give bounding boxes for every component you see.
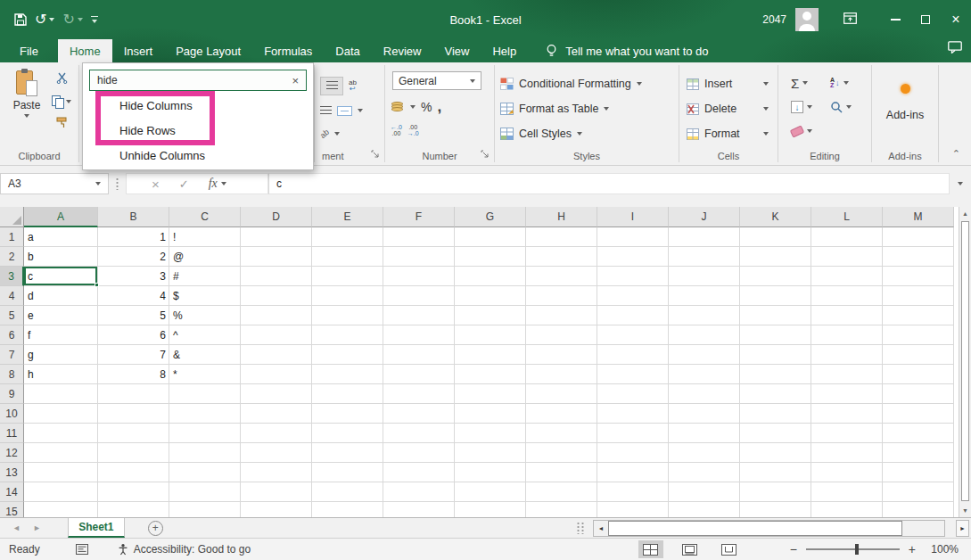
name-box[interactable]: A3 (0, 173, 109, 194)
ribbon-display-options-button[interactable] (843, 12, 857, 28)
cell-M15[interactable] (883, 502, 954, 517)
cell-E12[interactable] (312, 443, 383, 463)
row-header-13[interactable]: 13 (0, 463, 24, 482)
cell-E14[interactable] (312, 482, 383, 502)
format-cells-button[interactable]: Format (687, 123, 769, 144)
wrap-text-button[interactable]: ab↩ (349, 79, 357, 92)
cell-C6[interactable]: ^ (169, 325, 241, 345)
cell-M8[interactable] (883, 365, 954, 384)
merge-center-icon[interactable] (337, 106, 352, 116)
zoom-out-button[interactable]: − (790, 542, 797, 556)
cell-K12[interactable] (740, 443, 811, 463)
cell-I11[interactable] (597, 424, 669, 443)
cell-A8[interactable]: h (24, 365, 98, 384)
cell-E3[interactable] (312, 267, 383, 286)
cell-K9[interactable] (740, 384, 811, 404)
cell-E10[interactable] (312, 404, 383, 424)
cell-H15[interactable] (526, 502, 597, 517)
scroll-right-button[interactable]: ► (956, 520, 969, 537)
cell-L5[interactable] (811, 306, 883, 325)
horizontal-scroll-thumb[interactable] (608, 521, 902, 536)
cell-F5[interactable] (383, 306, 455, 325)
cell-E2[interactable] (312, 247, 383, 267)
cell-D2[interactable] (241, 247, 312, 267)
cell-G11[interactable] (455, 424, 526, 443)
accounting-format-icon[interactable] (391, 102, 405, 112)
cell-F14[interactable] (383, 482, 455, 502)
cell-B14[interactable] (98, 482, 169, 502)
column-header-B[interactable]: B (98, 207, 169, 227)
cell-I9[interactable] (597, 384, 669, 404)
align-left-button[interactable] (320, 77, 343, 95)
cell-C11[interactable] (169, 424, 241, 443)
search-result-unhide-columns[interactable]: Unhide Columns (83, 144, 313, 169)
page-break-preview-button[interactable] (717, 540, 742, 558)
column-header-J[interactable]: J (669, 207, 740, 227)
cell-H3[interactable] (526, 267, 597, 286)
chevron-down-icon[interactable] (49, 18, 54, 21)
collapse-ribbon-icon[interactable]: ⌃ (952, 148, 960, 160)
cell-A5[interactable]: e (24, 306, 98, 325)
cell-M10[interactable] (883, 404, 954, 424)
cell-M4[interactable] (883, 286, 954, 306)
cell-D6[interactable] (241, 325, 312, 345)
cell-D9[interactable] (241, 384, 312, 404)
cell-D1[interactable] (241, 227, 312, 247)
cell-C7[interactable]: & (169, 345, 241, 365)
cell-G10[interactable] (455, 404, 526, 424)
cell-K11[interactable] (740, 424, 811, 443)
minimize-button[interactable] (880, 0, 910, 39)
cell-J5[interactable] (669, 306, 740, 325)
cell-H13[interactable] (526, 463, 597, 482)
addins-button-label[interactable]: Add-ins (872, 109, 938, 121)
increase-decimal-button[interactable]: ←.0.00 (391, 124, 402, 136)
cell-I8[interactable] (597, 365, 669, 384)
row-header-2[interactable]: 2 (0, 247, 24, 267)
cell-G3[interactable] (455, 267, 526, 286)
avatar[interactable] (795, 8, 819, 31)
horizontal-scrollbar[interactable]: ◄ (593, 520, 945, 537)
cell-L12[interactable] (811, 443, 883, 463)
cell-H11[interactable] (526, 424, 597, 443)
cell-F12[interactable] (383, 443, 455, 463)
paste-button[interactable]: Paste (9, 70, 45, 118)
cell-I12[interactable] (597, 443, 669, 463)
cell-M2[interactable] (883, 247, 954, 267)
cell-B1[interactable]: 1 (98, 227, 169, 247)
cell-I13[interactable] (597, 463, 669, 482)
cell-B12[interactable] (98, 443, 169, 463)
tab-view[interactable]: View (432, 39, 481, 62)
search-result-hide-rows[interactable]: Hide Rows (83, 119, 313, 144)
chat-icon[interactable] (948, 41, 962, 57)
cell-L11[interactable] (811, 424, 883, 443)
cell-H5[interactable] (526, 306, 597, 325)
cell-M12[interactable] (883, 443, 954, 463)
row-header-6[interactable]: 6 (0, 325, 24, 345)
cell-I1[interactable] (597, 227, 669, 247)
column-header-D[interactable]: D (241, 207, 312, 227)
cell-D7[interactable] (241, 345, 312, 365)
tell-me-box[interactable]: Tell me what you want to do (546, 39, 708, 62)
macro-record-icon[interactable] (76, 544, 88, 555)
cell-A12[interactable] (24, 443, 98, 463)
column-header-K[interactable]: K (740, 207, 811, 227)
column-header-C[interactable]: C (169, 207, 241, 227)
cell-J12[interactable] (669, 443, 740, 463)
cell-B2[interactable]: 2 (98, 247, 169, 267)
zoom-slider-handle[interactable] (855, 544, 859, 555)
cell-C5[interactable]: % (169, 306, 241, 325)
cell-L4[interactable] (811, 286, 883, 306)
row-header-15[interactable]: 15 (0, 502, 24, 517)
cell-B5[interactable]: 5 (98, 306, 169, 325)
cell-M14[interactable] (883, 482, 954, 502)
scroll-up-icon[interactable]: ▲ (959, 210, 971, 217)
cell-F1[interactable] (383, 227, 455, 247)
cell-B3[interactable]: 3 (98, 267, 169, 286)
cell-M13[interactable] (883, 463, 954, 482)
number-dialog-launcher[interactable] (481, 145, 489, 161)
column-header-F[interactable]: F (383, 207, 455, 227)
cell-L13[interactable] (811, 463, 883, 482)
close-button[interactable]: × (941, 0, 971, 39)
formula-input[interactable]: c (268, 173, 950, 194)
tab-page-layout[interactable]: Page Layout (164, 39, 252, 62)
